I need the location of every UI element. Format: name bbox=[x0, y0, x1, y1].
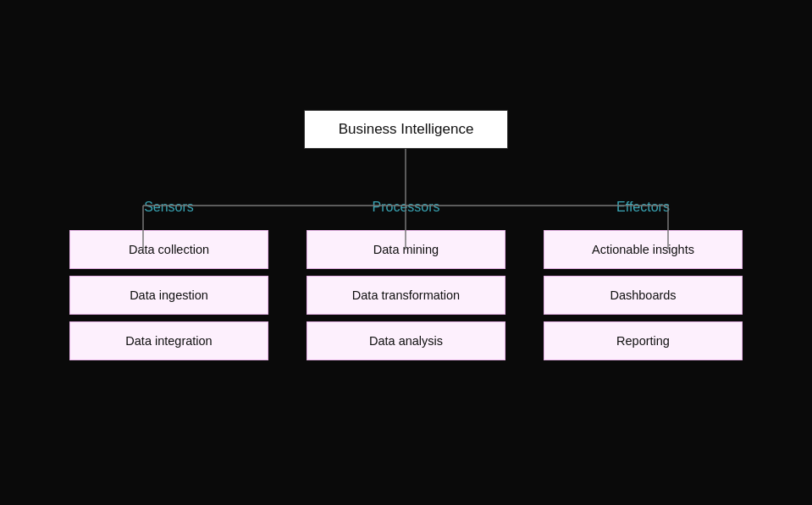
list-item: Data transformation bbox=[307, 276, 505, 315]
column-effectors: Effectors Actionable insights Dashboards… bbox=[525, 200, 762, 360]
column-title-processors: Processors bbox=[372, 200, 439, 215]
column-processors: Processors Data mining Data transformati… bbox=[288, 200, 525, 360]
list-item: Data mining bbox=[307, 230, 505, 269]
list-item: Dashboards bbox=[544, 276, 743, 315]
list-item: Reporting bbox=[544, 321, 743, 360]
column-title-effectors: Effectors bbox=[616, 200, 670, 215]
list-item: Data collection bbox=[69, 230, 268, 269]
list-item: Data ingestion bbox=[69, 276, 268, 315]
root-label: Business Intelligence bbox=[339, 121, 474, 137]
root-node: Business Intelligence bbox=[304, 110, 509, 149]
columns-container: Sensors Data collection Data ingestion D… bbox=[34, 200, 779, 360]
list-item: Data integration bbox=[69, 321, 268, 360]
column-sensors: Sensors Data collection Data ingestion D… bbox=[51, 200, 288, 360]
list-item: Data analysis bbox=[307, 321, 505, 360]
list-item: Actionable insights bbox=[544, 230, 743, 269]
column-title-sensors: Sensors bbox=[144, 200, 194, 215]
diagram-container: Business Intelligence Sensors Data colle… bbox=[0, 0, 812, 505]
